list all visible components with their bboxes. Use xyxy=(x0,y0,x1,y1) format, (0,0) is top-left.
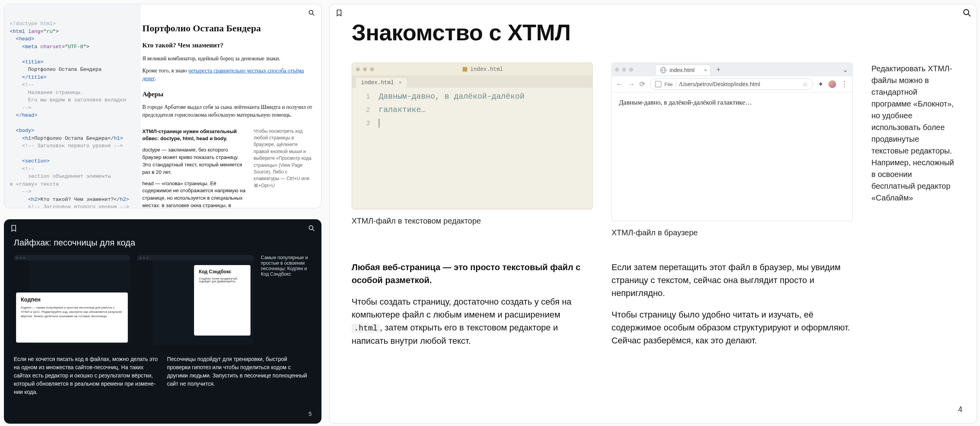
editor-body: Давным-давно, в далёкой-далёкойгалактике… xyxy=(374,88,592,209)
avatar[interactable] xyxy=(828,80,836,88)
more-icon[interactable]: ⋮ xyxy=(841,80,848,88)
bookmark-icon[interactable] xyxy=(9,224,18,233)
close-icon[interactable]: × xyxy=(704,67,707,73)
extensions-icon[interactable]: ✦ xyxy=(818,80,824,88)
panelb-title: Лайфхак: песочницы для кода xyxy=(14,238,312,248)
thumb-codepen: Кодпен Кодпен — самая популярная и прост… xyxy=(14,255,130,345)
caption-browser: ХТМЛ-файл в браузере xyxy=(612,228,853,237)
browser-page: Давным-давно, в далёкой-далёкой галактик… xyxy=(612,92,852,221)
editor-mock: index.html index.html× 123 Давным-давно,… xyxy=(352,63,593,209)
new-tab-button[interactable]: + xyxy=(714,66,723,74)
browser-mock: index.html× + ⌄ ← → ⟳ File xyxy=(612,63,853,221)
editor-tab[interactable]: index.html× xyxy=(355,77,408,88)
panelb-col2: Песочницы подойдут для тренировки, быстр… xyxy=(167,355,312,396)
star-icon[interactable]: ☆ xyxy=(802,81,808,88)
rendered-preview: Портфолио Остапа Бендера Кто такой? Чем … xyxy=(134,4,321,208)
caption-editor: ХТМЛ-файл в текстовом редакторе xyxy=(352,217,593,226)
page-title: Знакомство с ХТМЛ xyxy=(352,19,955,45)
defs-block: ХТМЛ-странице нужен обязательный обвес: … xyxy=(142,128,312,208)
panel-intro: Знакомство с ХТМЛ index.html index.html×… xyxy=(329,4,977,424)
svg-point-2 xyxy=(964,9,969,14)
browser-tab[interactable]: index.html× xyxy=(655,65,711,75)
panelb-aside: Самые популярные и простые в освоении пе… xyxy=(261,255,312,345)
close-icon[interactable]: × xyxy=(399,80,402,86)
bookmark-icon[interactable] xyxy=(334,8,344,18)
figure-editor: index.html index.html× 123 Давным-давно,… xyxy=(352,63,593,226)
file-icon xyxy=(655,81,661,87)
file-icon xyxy=(463,67,467,72)
page-number: 5 xyxy=(309,411,312,417)
preview-h1: Портфолио Остапа Бендера xyxy=(142,22,312,35)
preview-p2: Кроме того, я знаю четыреста сравнительн… xyxy=(142,67,312,83)
reload-icon[interactable]: ⟳ xyxy=(639,80,645,88)
textcol-1: Любая веб-страница — это просто текстовы… xyxy=(352,261,593,356)
source-code: <!doctype html> <html lang="ru"> <head> … xyxy=(4,4,141,208)
back-icon[interactable]: ← xyxy=(616,80,623,88)
chevron-down-icon[interactable]: ⌄ xyxy=(842,65,849,74)
search-icon[interactable] xyxy=(307,224,316,233)
panel-code-render: <!doctype html> <html lang="ru"> <head> … xyxy=(4,4,321,208)
svg-point-1 xyxy=(309,226,313,229)
url-bar[interactable]: File /Users/petrov/Desktop/index.html ☆ xyxy=(650,78,813,90)
forward-icon[interactable]: → xyxy=(628,80,635,88)
figure-browser: index.html× + ⌄ ← → ⟳ File xyxy=(612,63,853,237)
side-notes: Редактировать ХТМЛ-файлы можно в стандар… xyxy=(871,63,955,204)
panelb-col1: Если не хочется писать код в файлах, мож… xyxy=(14,355,158,396)
preview-h2-2: Аферы xyxy=(142,90,312,99)
globe-icon xyxy=(660,67,666,73)
page-number: 4 xyxy=(958,405,962,414)
textcol-2: Если затем перетащить этот файл в браузе… xyxy=(612,261,853,356)
preview-h2-1: Кто такой? Чем знаменит? xyxy=(142,41,312,51)
panel-sandboxes: Лайфхак: песочницы для кода Кодпен Кодпе… xyxy=(4,219,321,424)
preview-p3: В городе Арбатове выдал себя за сына лей… xyxy=(142,103,312,119)
thumb-codesandbox: Код Сэндбокс Сэндбокс более продвинутый,… xyxy=(137,255,254,345)
search-icon[interactable] xyxy=(961,7,973,19)
preview-p1: Я великий комбинатор, идейный борец за д… xyxy=(142,55,312,63)
